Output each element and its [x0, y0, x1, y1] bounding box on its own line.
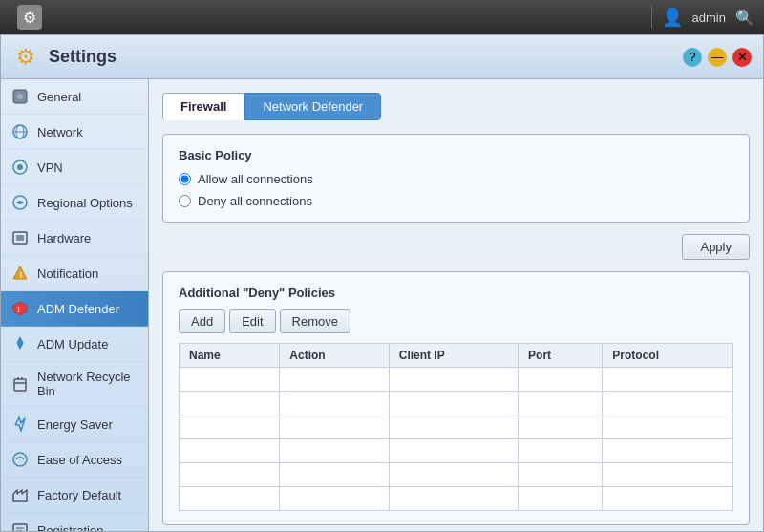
sidebar-label-network-recycle: Network Recycle Bin — [37, 370, 138, 398]
adm-update-icon — [11, 334, 30, 353]
window-body: General Network VPN Regional Options — [1, 79, 763, 531]
deny-connections-option[interactable]: Deny all connections — [179, 194, 733, 208]
svg-text:!: ! — [17, 305, 20, 314]
window-title: Settings — [49, 47, 117, 67]
hardware-icon — [11, 228, 30, 247]
window-icon: ⚙ — [12, 44, 39, 71]
regional-icon — [11, 193, 30, 212]
sidebar-item-registration[interactable]: Registration — [1, 513, 148, 531]
ease-icon — [11, 450, 30, 469]
deny-btn-row: Add Edit Remove — [179, 309, 733, 333]
sidebar-label-network: Network — [37, 125, 83, 139]
sidebar-label-regional: Regional Options — [37, 196, 133, 210]
table-row — [180, 392, 733, 415]
col-protocol: Protocol — [603, 344, 733, 368]
app-gear-icon: ⚙ — [23, 9, 36, 27]
search-icon[interactable]: 🔍 — [735, 9, 754, 27]
apply-button[interactable]: Apply — [682, 234, 750, 260]
sidebar-item-vpn[interactable]: VPN — [1, 150, 148, 185]
deny-label: Deny all connections — [198, 194, 312, 208]
sidebar-label-notification: Notification — [37, 266, 98, 281]
table-row — [180, 368, 733, 392]
svg-point-6 — [17, 164, 23, 170]
apply-row: Apply — [162, 234, 750, 260]
sidebar-label-registration: Registration — [37, 523, 103, 532]
network-icon — [11, 122, 30, 141]
window-controls: ? — ✕ — [683, 48, 752, 67]
topbar: ⚙ 👤 admin 🔍 — [0, 0, 764, 34]
allow-connections-option[interactable]: Allow all connections — [179, 172, 733, 186]
basic-policy-title: Basic Policy — [179, 148, 733, 162]
allow-radio[interactable] — [179, 173, 191, 185]
sidebar-item-adm-update[interactable]: ADM Update — [1, 327, 148, 362]
remove-policy-button[interactable]: Remove — [280, 309, 350, 333]
topbar-left: ⚙ — [10, 5, 642, 30]
sidebar-label-factory: Factory Default — [37, 488, 121, 502]
content-area: Firewall Network Defender Basic Policy A… — [149, 79, 763, 531]
col-action: Action — [280, 344, 389, 368]
col-name: Name — [180, 344, 280, 368]
app-icon: ⚙ — [17, 5, 42, 30]
sidebar-label-adm-defender: ADM Defender — [37, 302, 119, 316]
tab-bar: Firewall Network Defender — [162, 93, 750, 120]
sidebar-label-ease: Ease of Access — [37, 453, 122, 467]
deny-radio[interactable] — [179, 195, 191, 207]
sidebar-item-network-recycle[interactable]: Network Recycle Bin — [1, 362, 148, 407]
svg-marker-12 — [13, 302, 27, 315]
sidebar-item-general[interactable]: General — [1, 79, 148, 115]
table-row — [180, 439, 733, 463]
policy-radio-group: Allow all connections Deny all connectio… — [179, 172, 733, 208]
general-icon — [11, 87, 30, 106]
sidebar-label-hardware: Hardware — [37, 231, 91, 245]
tab-network-defender[interactable]: Network Defender — [244, 93, 381, 120]
sidebar-label-vpn: VPN — [37, 160, 63, 175]
close-button[interactable]: ✕ — [732, 48, 752, 67]
sidebar-item-adm-defender[interactable]: ! ADM Defender — [1, 291, 148, 327]
basic-policy-section: Basic Policy Allow all connections Deny … — [162, 134, 750, 223]
sidebar-item-energy[interactable]: Energy Saver — [1, 407, 148, 442]
energy-icon — [11, 415, 30, 434]
sidebar-item-network[interactable]: Network — [1, 115, 148, 150]
col-client-ip: Client IP — [389, 344, 518, 368]
svg-rect-9 — [16, 235, 24, 241]
deny-policies-title: Additional "Deny" Policies — [179, 286, 733, 300]
adm-defender-icon: ! — [11, 299, 30, 318]
help-button[interactable]: ? — [683, 48, 702, 67]
edit-policy-button[interactable]: Edit — [229, 309, 275, 333]
tab-firewall[interactable]: Firewall — [162, 93, 244, 120]
table-row — [180, 463, 733, 487]
registration-icon — [11, 521, 30, 531]
username-label: admin — [692, 11, 726, 25]
deny-policies-section: Additional "Deny" Policies Add Edit Remo… — [162, 271, 750, 525]
policy-table-body — [180, 368, 733, 511]
notification-icon: ! — [11, 264, 30, 283]
topbar-divider — [651, 6, 652, 29]
main-window: ⚙ Settings ? — ✕ General Network — [0, 34, 764, 532]
user-icon: 👤 — [662, 7, 683, 28]
table-header-row: Name Action Client IP Port Protocol — [180, 344, 733, 368]
svg-point-1 — [17, 94, 23, 99]
vpn-icon — [11, 158, 30, 177]
sidebar: General Network VPN Regional Options — [1, 79, 149, 531]
table-row — [180, 415, 733, 439]
table-row — [180, 487, 733, 511]
settings-gear-icon: ⚙ — [16, 45, 35, 70]
allow-label: Allow all connections — [198, 172, 313, 186]
minimize-button[interactable]: — — [708, 48, 727, 67]
window-titlebar: ⚙ Settings ? — ✕ — [1, 35, 763, 79]
svg-marker-14 — [17, 337, 23, 349]
svg-point-19 — [13, 453, 27, 466]
sidebar-label-adm-update: ADM Update — [37, 337, 108, 351]
policy-table: Name Action Client IP Port Protocol — [179, 343, 733, 511]
sidebar-label-energy: Energy Saver — [37, 417, 113, 432]
sidebar-item-notification[interactable]: ! Notification — [1, 256, 148, 291]
sidebar-item-ease[interactable]: Ease of Access — [1, 442, 148, 478]
sidebar-item-factory[interactable]: Factory Default — [1, 478, 148, 513]
svg-rect-15 — [14, 379, 26, 391]
add-policy-button[interactable]: Add — [179, 309, 225, 333]
sidebar-item-regional[interactable]: Regional Options — [1, 185, 148, 221]
col-port: Port — [519, 344, 603, 368]
network-recycle-icon — [11, 374, 30, 394]
sidebar-item-hardware[interactable]: Hardware — [1, 221, 148, 256]
sidebar-label-general: General — [37, 90, 81, 104]
